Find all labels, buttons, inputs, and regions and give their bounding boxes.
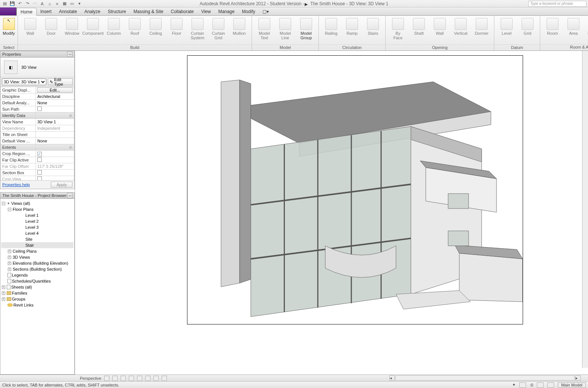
area-button[interactable]: Area <box>563 17 584 44</box>
tree-node[interactable]: + Groups <box>1 296 74 302</box>
window-button[interactable]: Window <box>62 17 82 44</box>
tree-node[interactable]: Level 4 <box>1 230 74 236</box>
tab-modify[interactable]: Modify <box>238 8 259 15</box>
expand-icon[interactable]: + <box>8 268 11 271</box>
curtain-system-button[interactable]: CurtainSystem <box>187 17 208 44</box>
qat-icon[interactable]: A <box>39 1 46 7</box>
prop-value[interactable]: None <box>36 138 74 144</box>
drawing-canvas[interactable] <box>75 51 588 375</box>
vertical-button[interactable]: Vertical <box>451 17 471 44</box>
horizontal-scrollbar[interactable] <box>395 375 575 381</box>
door-button[interactable]: Door <box>41 17 61 44</box>
level-button[interactable]: Level <box>497 17 517 44</box>
dormer-button[interactable]: Dormer <box>472 17 492 44</box>
expand-icon[interactable]: + <box>2 292 5 295</box>
viewctrl-icon[interactable] <box>121 376 126 381</box>
prop-value[interactable]: None <box>36 100 74 106</box>
tab-home[interactable]: Home <box>16 8 37 16</box>
qat-icon[interactable]: ▦ <box>61 1 68 7</box>
press-drag-icon[interactable]: ✦ <box>512 382 516 387</box>
ramp-button[interactable]: Ramp <box>342 17 362 44</box>
open-icon[interactable]: ▤ <box>1 1 8 7</box>
qat-icon[interactable]: ▭ <box>69 1 75 7</box>
floor-button[interactable]: Floor <box>167 17 187 44</box>
roof-button[interactable]: Roof <box>125 17 145 44</box>
tree-node[interactable]: −Floor Plans <box>1 206 74 212</box>
prop-value[interactable]: Architectural <box>36 93 74 100</box>
checkbox[interactable] <box>37 157 42 162</box>
project-browser[interactable]: −⚬ Views (all)−Floor PlansLevel 1Level 2… <box>0 199 75 375</box>
tree-node[interactable]: Stair <box>1 242 74 248</box>
tree-node[interactable]: Schedules/Quantities <box>1 278 74 284</box>
model-text-button[interactable]: ModelText <box>254 17 274 44</box>
legend-button[interactable]: Legend <box>584 17 588 44</box>
viewctrl-icon[interactable] <box>162 376 167 381</box>
railing-button[interactable]: Railing <box>321 17 341 44</box>
qat-icon[interactable]: ⋯ <box>31 1 38 7</box>
curtain-grid-button[interactable]: CurtainGrid <box>208 17 228 44</box>
app-menu-button[interactable] <box>0 7 16 15</box>
help-search-input[interactable]: Type a keyword or phrase <box>528 1 587 7</box>
qat-icon[interactable]: ≡ <box>54 1 60 7</box>
tree-node[interactable]: +Sections (Building Section) <box>1 266 74 272</box>
component-button[interactable]: Component <box>83 17 103 44</box>
tree-node[interactable]: +Ceiling Plans <box>1 248 74 254</box>
viewctrl-icon[interactable] <box>153 376 159 381</box>
prop-value[interactable] <box>36 176 74 181</box>
tree-node[interactable]: −⚬ Views (all) <box>1 200 74 206</box>
project-browser-title[interactable]: The Smith House - Project Browser ▭ <box>0 192 75 199</box>
prop-value[interactable]: 3D View 1 <box>36 119 74 125</box>
ribbon-options-icon[interactable]: ▢▾ <box>259 8 273 15</box>
prop-value[interactable]: ✓ <box>36 151 74 157</box>
viewctrl-icon[interactable] <box>129 376 134 381</box>
close-icon[interactable]: ▭ <box>67 193 72 198</box>
expand-icon[interactable]: − <box>2 202 5 205</box>
qat-icon[interactable]: ⌂ <box>46 1 53 7</box>
qat-icon[interactable]: ▾ <box>76 1 83 7</box>
redo-icon[interactable]: ↷ <box>24 1 31 7</box>
prop-value[interactable] <box>36 157 74 163</box>
hscroll-right-icon[interactable]: ▸ <box>575 375 581 381</box>
tree-node[interactable]: Legends <box>1 272 74 278</box>
properties-help-link[interactable]: Properties help <box>2 182 30 187</box>
expand-icon[interactable]: + <box>2 298 5 301</box>
tree-node[interactable]: + Sheets (all) <box>1 284 74 290</box>
checkbox[interactable] <box>37 176 42 180</box>
prop-value[interactable] <box>36 106 74 113</box>
tree-node[interactable]: +Elevations (Building Elevation) <box>1 260 74 266</box>
model-group-button[interactable]: ModelGroup <box>296 17 316 44</box>
model-line-button[interactable]: ModelLine <box>275 17 295 44</box>
prop-value[interactable] <box>36 170 74 176</box>
tree-node[interactable]: Level 1 <box>1 212 74 218</box>
status-icon[interactable] <box>537 382 544 388</box>
expand-icon[interactable]: − <box>8 208 11 211</box>
viewctrl-icon[interactable] <box>104 376 109 381</box>
by-face-button[interactable]: ByFace <box>388 17 408 44</box>
tree-node[interactable]: Site <box>1 236 74 242</box>
grid-button[interactable]: Grid <box>517 17 538 44</box>
undo-icon[interactable]: ↶ <box>16 1 23 7</box>
hscroll-left-icon[interactable]: ◂ <box>389 375 395 381</box>
tree-node[interactable]: Level 2 <box>1 218 74 224</box>
expand-icon[interactable]: + <box>8 256 11 259</box>
room-button[interactable]: Room <box>542 17 563 44</box>
vertical-scrollbar[interactable] <box>582 51 588 368</box>
tree-node[interactable]: Revit Links <box>1 302 74 308</box>
modify-button[interactable]: ↖Modify <box>2 17 15 44</box>
apply-button[interactable]: Apply <box>51 182 72 188</box>
tab-collaborate[interactable]: Collaborate <box>167 8 197 15</box>
properties-title[interactable]: Properties ▭ <box>0 51 75 58</box>
prop-value[interactable]: 117' 5 25/128" <box>36 163 74 170</box>
expand-icon[interactable]: + <box>2 286 5 289</box>
mullion-button[interactable]: Mullion <box>229 17 249 44</box>
checkbox[interactable] <box>37 170 42 175</box>
wall-button[interactable]: Wall <box>20 17 40 44</box>
edit-type-button[interactable]: ✎Edit Type <box>48 78 73 85</box>
prop-value[interactable] <box>36 132 74 138</box>
view-mode-label[interactable]: Perspective <box>80 376 101 381</box>
edit-button[interactable]: Edit... <box>37 87 73 93</box>
workset-dropdown[interactable]: Main Model <box>558 382 586 388</box>
tree-node[interactable]: +3D Views <box>1 254 74 260</box>
stairs-button[interactable]: Stairs <box>363 17 383 44</box>
viewctrl-icon[interactable] <box>137 376 142 381</box>
